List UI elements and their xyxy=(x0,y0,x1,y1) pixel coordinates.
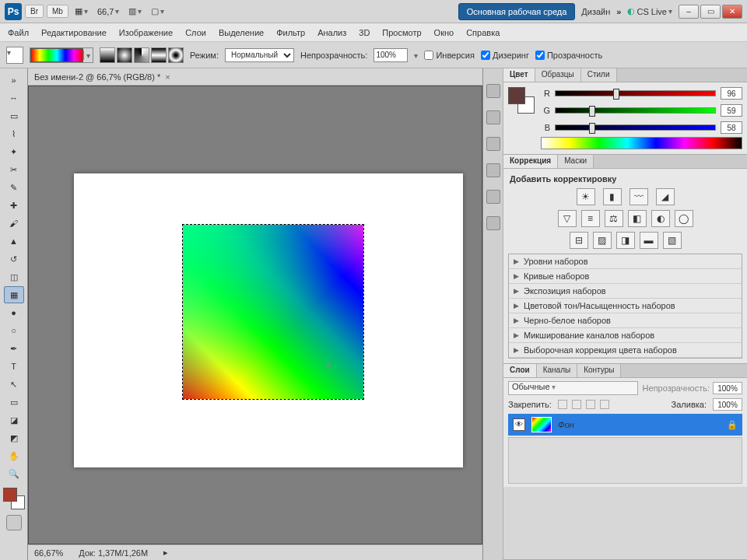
curves-icon[interactable]: 〰 xyxy=(630,188,648,205)
3d-tool[interactable]: ◪ xyxy=(4,411,24,429)
blend-mode-select-layers[interactable]: Обычные ▾ xyxy=(508,381,638,395)
visibility-toggle-icon[interactable]: 👁 xyxy=(513,418,525,431)
r-value[interactable] xyxy=(721,87,742,100)
gradient-diamond[interactable] xyxy=(168,47,184,63)
preset-curves[interactable]: ▶Кривые наборов xyxy=(509,269,742,284)
foreground-color[interactable] xyxy=(3,488,17,502)
lock-all-icon[interactable] xyxy=(600,400,609,409)
tool-preset-picker[interactable] xyxy=(6,47,23,64)
eraser-tool[interactable]: ◫ xyxy=(4,268,24,285)
menu-window[interactable]: Окно xyxy=(434,28,454,37)
reverse-checkbox[interactable]: Инверсия xyxy=(424,51,475,60)
layer-item-background[interactable]: 👁 Фон 🔒 xyxy=(508,414,742,436)
menu-image[interactable]: Изображение xyxy=(119,28,173,37)
g-slider[interactable] xyxy=(555,107,716,114)
crop-tool[interactable]: ✂ xyxy=(4,161,24,178)
gradient-linear[interactable] xyxy=(100,47,115,63)
lock-transparent-icon[interactable] xyxy=(558,400,567,409)
transparency-checkbox[interactable]: Прозрачность xyxy=(535,51,602,60)
gradient-picker-dd[interactable] xyxy=(83,51,93,60)
menu-file[interactable]: Файл xyxy=(8,28,29,37)
zoom-dd[interactable]: 66,7 xyxy=(94,5,122,18)
close-button[interactable]: ✕ xyxy=(722,5,742,19)
pen-tool[interactable]: ✒ xyxy=(4,340,24,357)
bridge-chip[interactable]: Br xyxy=(25,5,44,18)
photo-filter-icon[interactable]: ◐ xyxy=(651,210,670,227)
invert-icon[interactable]: ⊟ xyxy=(570,232,588,249)
menu-analysis[interactable]: Анализ xyxy=(317,28,346,37)
layer-opacity-input[interactable] xyxy=(713,382,742,394)
panel-fg-color[interactable] xyxy=(508,87,525,104)
status-zoom[interactable]: 66,67% xyxy=(34,548,63,558)
foreground-background-colors[interactable] xyxy=(3,488,25,509)
more-workspaces-icon[interactable]: » xyxy=(616,7,621,16)
path-selection-tool[interactable]: ↖ xyxy=(4,376,24,393)
tab-masks[interactable]: Маски xyxy=(558,155,594,168)
gradient-angle[interactable] xyxy=(134,47,149,63)
blur-tool[interactable]: ● xyxy=(4,304,24,321)
tab-close-icon[interactable]: × xyxy=(165,72,170,82)
levels-icon[interactable]: ▮ xyxy=(603,188,622,205)
preset-levels[interactable]: ▶Уровни наборов xyxy=(509,254,742,269)
gradient-radial[interactable] xyxy=(117,47,132,63)
brush-tool[interactable]: 🖌 xyxy=(4,215,24,232)
color-panel-fgbg[interactable] xyxy=(508,87,535,114)
canvas[interactable]: + xyxy=(28,86,482,544)
status-arrow-icon[interactable]: ▸ xyxy=(163,548,168,558)
collapse-arrow-icon[interactable]: » xyxy=(4,72,24,89)
menu-view[interactable]: Просмотр xyxy=(382,28,421,37)
history-brush-tool[interactable]: ↺ xyxy=(4,250,24,268)
zoom-tool[interactable]: 🔍 xyxy=(4,465,24,482)
posterize-icon[interactable]: ▨ xyxy=(593,232,612,249)
gradient-reflected[interactable] xyxy=(151,47,167,63)
preset-channel-mixer[interactable]: ▶Микширование каналов наборов xyxy=(509,328,742,343)
layer-thumbnail[interactable] xyxy=(531,417,552,432)
status-doc-size[interactable]: Док: 1,37М/1,26М xyxy=(79,548,148,558)
tab-channels[interactable]: Каналы xyxy=(537,364,578,377)
menu-filter[interactable]: Фильтр xyxy=(276,28,305,37)
healing-brush-tool[interactable]: ✚ xyxy=(4,197,24,214)
gradient-tool[interactable]: ▦ xyxy=(4,286,24,303)
layer-fill-input[interactable] xyxy=(713,398,742,411)
color-balance-icon[interactable]: ⚖ xyxy=(605,210,623,227)
dither-checkbox[interactable]: Дизеринг xyxy=(481,51,529,60)
vibrance-icon[interactable]: ▽ xyxy=(558,210,577,227)
stamp-tool[interactable]: ▲ xyxy=(4,233,24,250)
preset-hue-sat[interactable]: ▶Цветовой тон/Насыщенность наборов xyxy=(509,299,742,313)
brightness-contrast-icon[interactable]: ☀ xyxy=(577,188,595,205)
preset-bw[interactable]: ▶Черно-белое наборов xyxy=(509,313,742,328)
3d-camera-tool[interactable]: ◩ xyxy=(4,429,24,446)
b-value[interactable] xyxy=(721,121,742,134)
r-slider[interactable] xyxy=(555,90,716,96)
opacity-dd[interactable] xyxy=(414,51,418,60)
paragraph-icon[interactable] xyxy=(486,216,500,230)
dodge-tool[interactable]: ○ xyxy=(4,322,24,339)
preset-selective-color[interactable]: ▶Выборочная коррекция цвета наборов xyxy=(509,343,742,358)
marquee-tool[interactable]: ▭ xyxy=(4,107,24,124)
threshold-icon[interactable]: ◨ xyxy=(616,232,635,249)
g-value[interactable] xyxy=(721,104,742,117)
clone-source-icon[interactable] xyxy=(486,163,500,177)
hue-sat-icon[interactable]: ≡ xyxy=(581,210,600,227)
menu-layers[interactable]: Слои xyxy=(185,28,206,37)
bw-icon[interactable]: ◧ xyxy=(628,210,647,227)
tab-paths[interactable]: Контуры xyxy=(577,364,621,377)
cs-live-dd[interactable]: ◐ CS Live xyxy=(624,5,675,18)
history-icon[interactable] xyxy=(486,110,500,124)
type-tool[interactable]: T xyxy=(4,358,24,375)
tab-color[interactable]: Цвет xyxy=(503,68,535,82)
preset-exposure[interactable]: ▶Экспозиция наборов xyxy=(509,284,742,299)
blend-mode-select[interactable]: Нормальный xyxy=(225,48,294,62)
workspace-switcher[interactable]: Основная рабочая среда xyxy=(458,3,576,20)
b-slider[interactable] xyxy=(555,124,716,131)
color-spectrum[interactable] xyxy=(541,137,742,149)
lock-position-icon[interactable] xyxy=(586,400,595,409)
hand-tool[interactable]: ✋ xyxy=(4,447,24,464)
quick-mask-toggle[interactable] xyxy=(6,515,22,530)
menu-select[interactable]: Выделение xyxy=(219,28,264,37)
arrange-docs-dd[interactable]: ▥ xyxy=(125,5,145,18)
opacity-input[interactable] xyxy=(374,48,408,62)
maximize-button[interactable]: ▭ xyxy=(700,5,721,19)
screen-mode-dd[interactable]: ▢ xyxy=(148,5,167,18)
menu-help[interactable]: Справка xyxy=(466,28,500,37)
